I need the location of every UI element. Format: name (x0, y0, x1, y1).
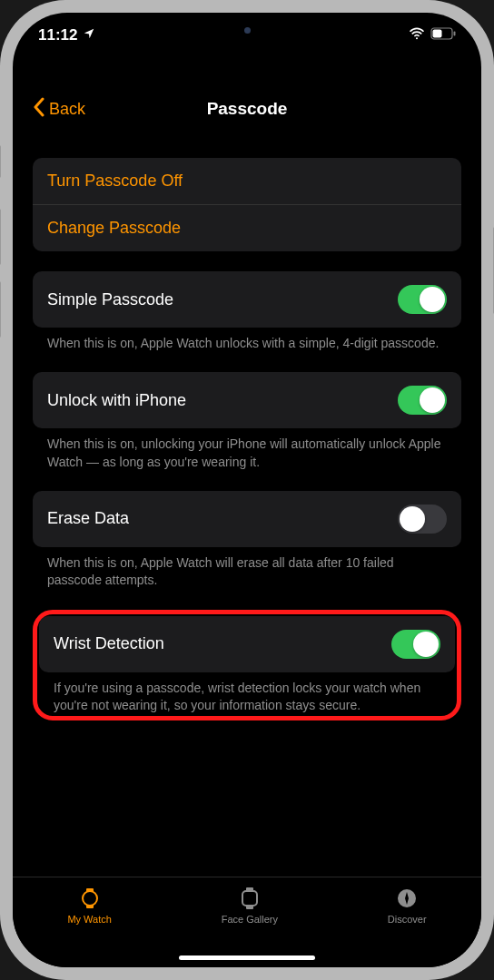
status-time: 11:12 (38, 26, 77, 44)
tab-my-watch-label: My Watch (67, 914, 112, 925)
svg-point-6 (83, 891, 97, 906)
wifi-icon (409, 26, 425, 44)
simple-passcode-toggle[interactable] (398, 285, 447, 314)
tab-bar: My Watch Face Gallery (13, 877, 481, 967)
screen: 11:12 (13, 13, 481, 967)
svg-point-0 (416, 37, 418, 39)
notch (156, 13, 338, 38)
wrist-detection-toggle[interactable] (391, 630, 440, 659)
unlock-iphone-footer: When this is on, unlocking your iPhone w… (33, 428, 461, 471)
unlock-iphone-group: Unlock with iPhone When this is on, unlo… (33, 372, 461, 471)
erase-data-toggle[interactable] (398, 505, 447, 534)
change-passcode-label: Change Passcode (47, 219, 181, 238)
chevron-left-icon (33, 97, 45, 121)
wrist-detection-highlight: Wrist Detection If you're using a passco… (33, 610, 461, 721)
erase-data-label: Erase Data (47, 509, 129, 528)
svg-rect-9 (242, 891, 257, 906)
unlock-iphone-label: Unlock with iPhone (47, 391, 186, 410)
nav-bar: Back Passcode (13, 87, 481, 131)
svg-rect-3 (433, 30, 442, 38)
page-title: Passcode (207, 99, 288, 119)
erase-data-group: Erase Data When this is on, Apple Watch … (33, 491, 461, 590)
wrist-detection-footer: If you're using a passcode, wrist detect… (39, 672, 455, 715)
unlock-iphone-toggle[interactable] (398, 386, 447, 415)
tab-my-watch[interactable]: My Watch (67, 887, 112, 925)
turn-passcode-off-label: Turn Passcode Off (47, 172, 183, 191)
watch-icon (79, 887, 101, 910)
simple-passcode-footer: When this is on, Apple Watch unlocks wit… (33, 328, 461, 352)
back-label: Back (49, 100, 85, 119)
erase-data-row[interactable]: Erase Data (33, 491, 461, 547)
battery-icon (430, 26, 456, 44)
back-button[interactable]: Back (33, 97, 85, 121)
location-icon (83, 26, 95, 44)
simple-passcode-row[interactable]: Simple Passcode (33, 271, 461, 328)
discover-icon (396, 887, 418, 910)
home-indicator[interactable] (179, 956, 315, 960)
change-passcode-button[interactable]: Change Passcode (33, 204, 461, 251)
tab-face-gallery-label: Face Gallery (222, 914, 278, 925)
content: Turn Passcode Off Change Passcode Simple… (13, 158, 481, 877)
tab-face-gallery[interactable]: Face Gallery (222, 887, 278, 925)
turn-passcode-off-button[interactable]: Turn Passcode Off (33, 158, 461, 204)
phone-frame: 11:12 (0, 0, 494, 980)
simple-passcode-label: Simple Passcode (47, 290, 173, 309)
tab-discover-label: Discover (388, 914, 427, 925)
unlock-iphone-row[interactable]: Unlock with iPhone (33, 372, 461, 428)
tab-discover[interactable]: Discover (388, 887, 427, 925)
svg-rect-2 (454, 32, 456, 36)
face-gallery-icon (241, 887, 259, 910)
simple-passcode-group: Simple Passcode When this is on, Apple W… (33, 271, 461, 352)
wrist-detection-label: Wrist Detection (54, 634, 164, 653)
action-group: Turn Passcode Off Change Passcode (33, 158, 461, 251)
wrist-detection-row[interactable]: Wrist Detection (39, 616, 455, 672)
erase-data-footer: When this is on, Apple Watch will erase … (33, 547, 461, 590)
